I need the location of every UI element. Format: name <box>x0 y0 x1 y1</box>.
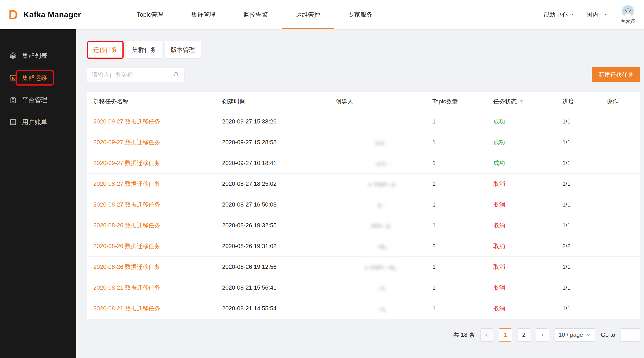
chevron-down-icon <box>586 332 591 337</box>
app-title: Kafka Manager <box>24 10 81 19</box>
created-time: 2020-08-21 15:56:41 <box>220 277 333 298</box>
page-2-button[interactable]: 2 <box>517 328 530 341</box>
progress: 1/1 <box>560 277 604 298</box>
topic-count: 1 <box>430 277 491 298</box>
user-name: 包梦婷 <box>621 18 635 24</box>
table-row: 2020-09-27 数据迁移任务 2020-09-27 10:18:41 ..… <box>87 153 640 173</box>
next-page-button[interactable] <box>536 328 549 341</box>
operation-cell <box>604 236 640 256</box>
help-center-menu[interactable]: 帮助中心 <box>543 11 574 19</box>
column-header: 任务状态 <box>491 92 560 111</box>
status-badge: 成功 <box>493 118 505 125</box>
page-size-select[interactable]: 10 / page <box>554 328 595 341</box>
nav-cluster-management[interactable]: 集群管理 <box>177 0 230 29</box>
creator: ...a_ <box>376 285 387 291</box>
page-size-value: 10 / page <box>558 331 583 338</box>
progress: 1/1 <box>560 298 604 319</box>
topic-count: 1 <box>430 298 491 319</box>
sidebar-item-label: 集群运维 <box>16 70 54 86</box>
sidebar-item-cluster-ops[interactable]: 集群运维 <box>0 67 76 89</box>
task-link[interactable]: 2020-09-27 数据迁移任务 <box>93 139 160 146</box>
table-row: 2020-08-26 数据迁移任务 2020-08-26 19:32:55 ab… <box>87 215 640 236</box>
operation-cell <box>604 132 640 153</box>
progress: 1/1 <box>560 173 604 194</box>
table-row: 2020-08-21 数据迁移任务 2020-08-21 15:56:41 ..… <box>87 277 640 298</box>
created-time: 2020-09-27 15:33:26 <box>220 111 333 132</box>
status-badge: 取消 <box>493 263 505 270</box>
region-menu[interactable]: 国内 <box>586 11 608 19</box>
task-link[interactable]: 2020-08-27 数据迁移任务 <box>93 180 160 187</box>
status-badge: 取消 <box>493 201 505 208</box>
operation-cell <box>604 153 640 173</box>
column-header: 进度 <box>560 92 604 111</box>
progress: 1/1 <box>560 111 604 132</box>
status-badge: 成功 <box>493 139 505 146</box>
table-row: 2020-08-27 数据迁移任务 2020-08-27 16:50:03 g.… <box>87 194 640 215</box>
search-input[interactable] <box>92 71 173 78</box>
progress: 2/2 <box>560 236 604 256</box>
top-nav: Topic管理 集群管理 监控告警 运维管控 专家服务 <box>123 0 386 29</box>
status-badge: 取消 <box>493 284 505 291</box>
nav-expert-service[interactable]: 专家服务 <box>334 0 386 29</box>
tab-cluster-tasks[interactable]: 集群任务 <box>126 41 162 59</box>
task-link[interactable]: 2020-08-21 数据迁移任务 <box>93 284 160 291</box>
creator: g.q... <box>376 139 388 145</box>
progress: 1/1 <box>560 256 604 277</box>
creator: ...ng_. <box>374 243 389 249</box>
platform-mgmt-icon <box>10 96 17 104</box>
task-link[interactable]: 2020-08-26 数据迁移任务 <box>93 222 160 229</box>
operation-cell <box>604 111 640 132</box>
prev-page-button[interactable] <box>480 328 493 341</box>
progress: 1/1 <box>560 194 604 215</box>
operation-cell <box>604 298 640 319</box>
task-link[interactable]: 2020-08-26 数据迁移任务 <box>93 263 160 270</box>
topic-count: 1 <box>430 111 491 132</box>
chevron-right-icon <box>540 332 545 338</box>
header-right: 帮助中心 国内 包梦婷 <box>543 5 635 24</box>
task-search <box>87 67 184 82</box>
column-header: 创建时间 <box>220 92 333 111</box>
column-header: Topic数量 <box>430 92 491 111</box>
sidebar-item-cluster-list[interactable]: 集群列表 <box>0 45 76 67</box>
sidebar-item-platform-mgmt[interactable]: 平台管理 <box>0 89 76 111</box>
nav-ops-control[interactable]: 运维管控 <box>282 0 334 29</box>
search-icon[interactable] <box>173 71 180 78</box>
goto-label: Go to <box>601 331 615 338</box>
nav-monitor-alert[interactable]: 监控告警 <box>230 0 282 29</box>
user-menu[interactable]: 包梦婷 <box>621 5 635 24</box>
migration-task-table: 迁移任务名称 创建时间 创建人 Topic数量 任务状态 进度 操作 2020-… <box>87 92 640 319</box>
tab-version-mgmt[interactable]: 版本管理 <box>164 41 201 59</box>
task-link[interactable]: 2020-08-27 数据迁移任务 <box>93 201 160 208</box>
sidebar-item-label: 集群列表 <box>22 52 47 60</box>
progress: 1/1 <box>560 153 604 173</box>
operation-cell <box>604 194 640 215</box>
created-time: 2020-09-27 10:18:41 <box>220 153 333 173</box>
sidebar-item-user-bill[interactable]: 用户账单 <box>0 111 76 133</box>
table-row: 2020-09-27 数据迁移任务 2020-09-27 15:33:26 1 … <box>87 111 640 132</box>
create-migration-task-button[interactable]: 新建迁移任务 <box>592 67 640 82</box>
created-time: 2020-08-26 19:32:55 <box>220 215 333 236</box>
task-link[interactable]: 2020-09-27 数据迁移任务 <box>93 118 160 125</box>
status-badge: 取消 <box>493 222 505 229</box>
main-content: 迁移任务 集群任务 版本管理 新建迁移任务 迁移任务名称 <box>76 29 644 358</box>
table-row: 2020-08-27 数据迁移任务 2020-08-27 18:25:02 y.… <box>87 173 640 194</box>
created-time: 2020-09-27 15:28:58 <box>220 132 333 153</box>
goto-page-input[interactable] <box>620 328 640 341</box>
filter-icon[interactable] <box>519 99 524 104</box>
pagination: 共 18 条 1 2 10 / page Go to <box>87 328 640 341</box>
creator: abisi...g.. <box>371 222 392 228</box>
topic-count: 1 <box>430 153 491 173</box>
tab-bar: 迁移任务 集群任务 版本管理 <box>87 41 640 59</box>
help-center-label: 帮助中心 <box>543 11 568 19</box>
task-link[interactable]: 2020-08-21 数据迁移任务 <box>93 305 160 312</box>
kafka-manager-logo[interactable]: D <box>6 8 20 22</box>
tab-migration-tasks[interactable]: 迁移任务 <box>87 41 124 59</box>
task-link[interactable]: 2020-08-26 数据迁移任务 <box>93 243 160 249</box>
page-1-button[interactable]: 1 <box>499 328 512 341</box>
task-link[interactable]: 2020-09-27 数据迁移任务 <box>93 160 160 166</box>
nav-topic-management[interactable]: Topic管理 <box>123 0 177 29</box>
table-row: 2020-09-27 数据迁移任务 2020-09-27 15:28:58 g.… <box>87 132 640 153</box>
region-label: 国内 <box>586 11 599 19</box>
progress: 1/1 <box>560 215 604 236</box>
creator: g... <box>378 202 385 208</box>
